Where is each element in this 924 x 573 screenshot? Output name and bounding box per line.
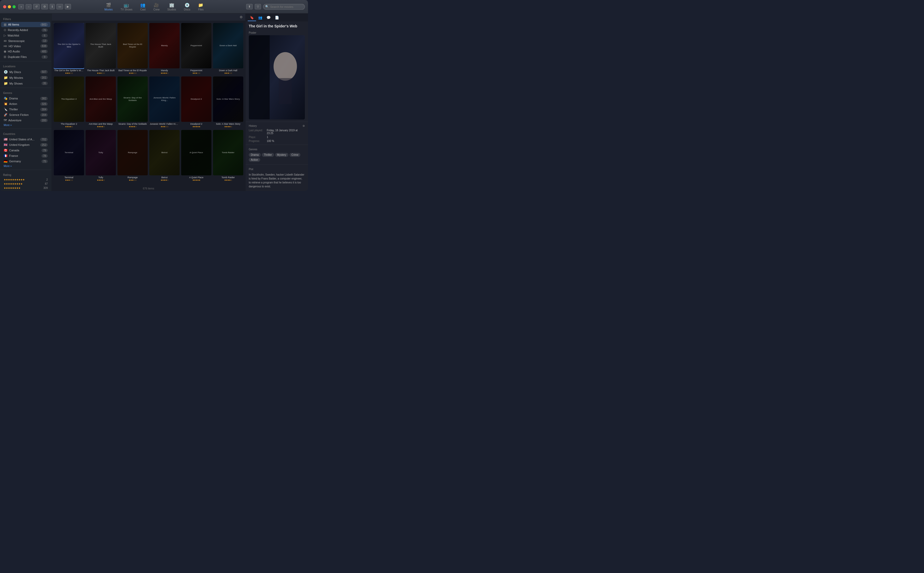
rating-row-8[interactable]: ★★★★★★★★ 309: [1, 186, 50, 190]
sidebar-item-canada[interactable]: 🇨🇦 Canada 79: [1, 148, 50, 153]
nav-discs[interactable]: 💿 Discs: [184, 3, 190, 11]
thriller-label: Thriller: [9, 108, 40, 111]
rating-row-7[interactable]: ★★★★★★★ 311: [1, 190, 50, 191]
traffic-lights: [3, 5, 16, 8]
sidebar-item-dupe[interactable]: ⊞ Duplicate Files 9: [1, 54, 50, 59]
movie-card-4[interactable]: Mandy Mandy ★★★★☆: [149, 23, 180, 75]
movie-card-16[interactable]: Beirut Beirut ★★★★☆: [149, 130, 180, 182]
poster-13: Terminal: [54, 130, 84, 175]
sidebar-item-recent[interactable]: ⊙ Recently Added 76: [1, 27, 50, 33]
minimize-button[interactable]: [8, 5, 11, 8]
detail-tab-cast[interactable]: 👥: [256, 15, 265, 21]
sidebar-item-uk[interactable]: 🇬🇧 United Kingdom 252: [1, 142, 50, 147]
sidebar-item-action[interactable]: 💥 Action 326: [1, 101, 50, 106]
content-gear-icon[interactable]: ⚙: [240, 15, 243, 19]
sidebar-item-all[interactable]: ▦ All Items 841: [1, 22, 50, 27]
germany-label: Germany: [9, 160, 42, 163]
toolbar-right: ⬆ ▽ 🔍: [246, 4, 305, 9]
movie-card-14[interactable]: Tully Tully ★★★★☆: [86, 130, 116, 182]
sidebar-item-myshows[interactable]: 📁 My Shows 35: [1, 81, 50, 86]
movie-card-8[interactable]: Ant-Man and the Wasp Ant-Man and the Was…: [86, 77, 116, 128]
nav-cast[interactable]: 👥 Cast: [140, 3, 146, 11]
genre-drama[interactable]: Drama: [249, 153, 261, 157]
countries-more[interactable]: More »: [0, 164, 52, 168]
export-button[interactable]: ⬆: [246, 4, 253, 9]
poster-1: The Girl in the Spider's Web: [54, 23, 84, 68]
sidebar-item-watchlist[interactable]: ▷ Watchlist 6: [1, 33, 50, 38]
sidebar-item-germany[interactable]: 🇩🇪 Germany 75: [1, 159, 50, 164]
movie-card-13[interactable]: Terminal Terminal ★★★☆☆: [54, 130, 84, 182]
action-label: Action: [9, 102, 40, 105]
display-button[interactable]: ▭: [56, 4, 63, 9]
genre-thriller[interactable]: Thriller: [262, 153, 274, 157]
progress-label: Progress:: [249, 139, 266, 142]
usa-label: United States of A...: [9, 138, 40, 141]
sidebar-item-drama[interactable]: 🎭 Drama 382: [1, 96, 50, 101]
movie-card-1[interactable]: The Girl in the Spider's Web The Girl in…: [54, 23, 84, 75]
poster-6: Down a Dark Hall: [213, 23, 243, 68]
all-items-label: All Items: [8, 23, 40, 26]
sidebar-item-hd[interactable]: HD HD Video 838: [1, 44, 50, 49]
settings-button[interactable]: ⚙: [41, 4, 48, 9]
nav-crew[interactable]: 🎥 Crew: [153, 3, 160, 11]
hd-label: HD Video: [9, 45, 40, 48]
close-button[interactable]: [3, 5, 6, 8]
sidebar-item-hdaudio[interactable]: ◉ HD Audio 485: [1, 49, 50, 54]
refresh-button[interactable]: ↺: [33, 4, 40, 9]
filter-button[interactable]: ▽: [255, 4, 261, 9]
sidebar-item-discs[interactable]: 💿 My Discs 507: [1, 69, 50, 75]
nav-tv[interactable]: 📺 TV Shows: [121, 3, 133, 11]
hd-icon: HD: [4, 45, 7, 47]
movie-card-9[interactable]: Sicario: Day of the Soldado Sicario: Day…: [117, 77, 148, 128]
info-button[interactable]: ℹ: [50, 4, 55, 9]
rating-row-10[interactable]: ★★★★★★★★★★ 2: [1, 178, 50, 182]
sidebar-item-mymovies[interactable]: 📁 My Movies 161: [1, 75, 50, 80]
nav-crew-label: Crew: [153, 8, 160, 11]
nav-studios[interactable]: 🏢 Studios: [167, 3, 176, 11]
movie-card-2[interactable]: The House That Jack Built The House That…: [86, 23, 116, 75]
detail-tab-info[interactable]: 🔖: [248, 15, 256, 21]
poster-section-label: Poster: [246, 30, 308, 35]
movie-card-5[interactable]: Peppermint Peppermint ★★★☆☆: [181, 23, 211, 75]
detail-tab-reviews[interactable]: 💬: [265, 15, 273, 21]
sidebar-item-scifi[interactable]: 🚀 Science Fiction 204: [1, 112, 50, 117]
play-button[interactable]: ▶: [65, 4, 71, 9]
nav-movies[interactable]: 🎬 Movies: [104, 3, 113, 11]
svg-rect-3: [249, 35, 270, 119]
movie-card-18[interactable]: Tomb Raider Tomb Raider ★★★★☆: [213, 130, 243, 182]
minimize-btn[interactable]: −: [25, 4, 31, 9]
genre-crime[interactable]: Crime: [290, 153, 301, 157]
poster-bg-7: The Equalizer 2: [54, 77, 84, 122]
movie-card-15[interactable]: Rampage Rampage ★★★☆☆: [117, 130, 148, 182]
sidebar-item-france[interactable]: 🇫🇷 France 78: [1, 153, 50, 158]
genre-mystery[interactable]: Mystery: [275, 153, 288, 157]
movie-card-17[interactable]: A Quiet Place A Quiet Place ★★★★★: [181, 130, 211, 182]
action-icon: 💥: [4, 102, 8, 106]
movie-card-11[interactable]: Deadpool 2 Deadpool 2 ★★★★★: [181, 77, 211, 128]
add-button[interactable]: +: [18, 4, 24, 9]
recent-count: 76: [42, 28, 48, 32]
movie-card-12[interactable]: Solo: A Star Wars Story Solo: A Star War…: [213, 77, 243, 128]
myshows-icon: 📁: [4, 81, 8, 85]
sidebar-item-stereo[interactable]: 3D Stereoscopic 13: [1, 38, 50, 43]
poster-bg-18: Tomb Raider: [213, 130, 243, 175]
movie-card-3[interactable]: Bad Times at the El Royale Bad Times at …: [117, 23, 148, 75]
nav-discs-label: Discs: [184, 8, 190, 11]
sidebar-item-usa[interactable]: 🇺🇸 United States of A... 702: [1, 137, 50, 142]
sidebar-item-thriller[interactable]: 🔪 Thriller 304: [1, 107, 50, 112]
poster-15: Rampage: [117, 130, 148, 175]
detail-tab-files[interactable]: 📄: [273, 15, 281, 21]
nav-files[interactable]: 📁 Files: [198, 3, 204, 11]
movie-card-7[interactable]: The Equalizer 2 The Equalizer 2 ★★★★☆: [54, 77, 84, 128]
sidebar-item-adventure[interactable]: 🗺 Adventure 200: [1, 118, 50, 123]
history-settings[interactable]: ⚙: [302, 124, 305, 127]
movie-title-14: Tully: [86, 175, 116, 179]
rating-row-9[interactable]: ★★★★★★★★★ 87: [1, 182, 50, 186]
hdaudio-icon: ◉: [4, 50, 6, 53]
genre-action[interactable]: Action: [249, 158, 260, 162]
movie-card-10[interactable]: Jurassic World: Fallen King... Jurassic …: [149, 77, 180, 128]
maximize-button[interactable]: [13, 5, 16, 8]
movie-card-6[interactable]: Down a Dark Hall Down a Dark Hall ★★★☆☆: [213, 23, 243, 75]
search-input[interactable]: [263, 4, 305, 9]
genres-more[interactable]: More »: [0, 123, 52, 127]
